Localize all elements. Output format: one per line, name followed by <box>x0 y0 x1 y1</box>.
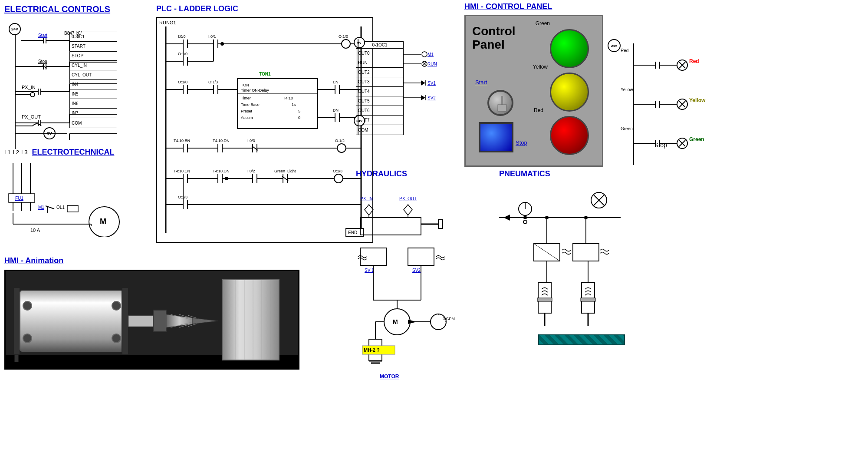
pneumatics-title: PNEUMATICS <box>499 169 651 178</box>
pneumatics-svg <box>499 183 647 357</box>
svg-rect-212 <box>360 218 421 235</box>
svg-text:0: 0 <box>298 116 300 120</box>
hmi-animation-section: HMI - Animation <box>4 256 299 370</box>
start-link[interactable]: Start <box>475 79 487 86</box>
svg-text:Preset: Preset <box>241 109 253 113</box>
animation-svg <box>6 271 299 370</box>
electrical-controls-title: ELECTRICAL CONTROLS <box>4 4 152 14</box>
svg-point-23 <box>30 93 35 97</box>
svg-text:T4:10.DN: T4:10.DN <box>213 139 230 143</box>
pneumatics-section: PNEUMATICS <box>499 169 651 358</box>
hmi-panel-section: HMI - CONTROL PANEL ControlPanel Green Y… <box>464 2 603 167</box>
svg-point-53 <box>220 42 224 46</box>
svg-line-198 <box>46 206 54 209</box>
l2-label: L2 <box>13 149 19 155</box>
ladder-svg: I:0/0 I:0/1 O:1/0 O:1/0 <box>157 18 370 239</box>
svg-text:Start: Start <box>38 33 47 38</box>
svg-text:DN: DN <box>333 108 339 112</box>
svg-point-273 <box>23 334 32 343</box>
svg-text:PX_OUT: PX_OUT <box>399 196 417 201</box>
svg-text:PX_IN: PX_IN <box>22 85 36 90</box>
electrotechnical-title: ELECTROTECHNICAL <box>32 148 114 157</box>
hydraulics-title: HYDRAULICS <box>356 169 486 178</box>
l3-label: L3 <box>21 149 27 155</box>
svg-text:T4:10: T4:10 <box>283 96 293 100</box>
blue-button[interactable] <box>479 122 513 152</box>
electrical-controls-section: ELECTRICAL CONTROLS 24V 0V B847 I:0/ 0-3… <box>4 4 152 162</box>
svg-rect-257 <box>581 298 595 301</box>
red-light <box>550 116 589 155</box>
svg-point-263 <box>545 216 549 219</box>
svg-text:RUN: RUN <box>427 62 437 66</box>
svg-text:Green: Green <box>689 136 704 142</box>
svg-point-120 <box>225 177 228 180</box>
svg-rect-252 <box>573 244 599 261</box>
plc-ladder-title: PLC - LADDER LOGIC <box>156 4 373 13</box>
svg-text:PX_IN: PX_IN <box>360 196 373 201</box>
svg-text:SV2: SV2 <box>427 96 436 100</box>
svg-text:SV2: SV2 <box>412 268 421 273</box>
right-lights-svg: Red Yellow Green Red Yellow Green <box>621 43 707 174</box>
svg-text:Time Base: Time Base <box>241 102 260 107</box>
svg-text:0 GPM: 0 GPM <box>443 317 455 321</box>
svg-point-131 <box>334 174 343 183</box>
svg-text:I:0/2: I:0/2 <box>247 169 255 173</box>
svg-rect-279 <box>223 280 279 360</box>
svg-text:M1: M1 <box>38 205 44 210</box>
svg-line-251 <box>534 244 560 261</box>
svg-point-275 <box>112 334 121 343</box>
svg-point-272 <box>23 301 32 310</box>
svg-rect-217 <box>360 248 386 265</box>
svg-rect-254 <box>537 298 552 301</box>
svg-text:5: 5 <box>298 109 300 113</box>
svg-text:T4:10.EN: T4:10.EN <box>174 139 190 143</box>
electrotechnical-section: L1 L2 L3 ELECTROTECHNICAL FU1 M1 OL1 M <box>4 148 156 239</box>
svg-text:Yellow: Yellow <box>621 87 633 92</box>
svg-rect-271 <box>128 316 155 327</box>
svg-marker-211 <box>404 205 412 215</box>
electrotechnical-svg: FU1 M1 OL1 M 10 A <box>4 159 148 237</box>
svg-text:T4:10.DN: T4:10.DN <box>213 169 230 173</box>
svg-text:Accum: Accum <box>241 116 253 120</box>
svg-point-266 <box>523 216 527 219</box>
yellow-light <box>550 73 589 112</box>
svg-point-264 <box>584 216 588 219</box>
svg-text:EN: EN <box>333 80 339 84</box>
ladder-diagram: RUNG1 I:0/0 I:0/1 O:1/0 <box>156 17 373 243</box>
svg-text:Green: Green <box>621 126 633 131</box>
key-switch[interactable] <box>487 90 513 116</box>
svg-text:O:1/3: O:1/3 <box>333 169 342 173</box>
svg-text:Red: Red <box>689 58 699 64</box>
teal-bar <box>538 334 625 345</box>
green-light <box>550 29 589 68</box>
svg-text:M: M <box>393 318 398 325</box>
key-switch-svg <box>489 92 515 118</box>
svg-text:SV1: SV1 <box>427 81 436 86</box>
svg-text:SV 1: SV 1 <box>365 268 374 273</box>
svg-marker-278 <box>192 318 218 324</box>
plc-ladder-section: PLC - LADDER LOGIC RUNG1 I:0/0 I:0/1 <box>156 4 373 243</box>
svg-text:Yellow: Yellow <box>689 97 706 103</box>
svg-text:I:0/1: I:0/1 <box>208 34 216 39</box>
svg-point-108 <box>337 144 346 152</box>
svg-point-50 <box>342 40 350 48</box>
svg-text:MOTOR: MOTOR <box>380 373 399 380</box>
svg-text:T4:10.EN: T4:10.EN <box>174 169 190 173</box>
electrical-diagram: 24V 0V B847 I:0/ 0-3IC1 START STOP CYL_I… <box>4 19 152 162</box>
svg-point-143 <box>422 52 427 57</box>
hmi-panel-title: HMI - CONTROL PANEL <box>464 2 603 11</box>
output-extra-wiring <box>356 39 382 135</box>
svg-point-274 <box>112 301 121 310</box>
l1-label: L1 <box>4 149 10 155</box>
svg-rect-270 <box>122 287 128 355</box>
green-light-label: Green <box>536 20 550 26</box>
svg-text:TON: TON <box>241 83 249 87</box>
hmi-animation-title: HMI - Animation <box>4 256 299 265</box>
svg-rect-201 <box>67 205 78 212</box>
svg-text:FU1: FU1 <box>15 196 23 201</box>
stop-link[interactable]: Stop <box>516 139 527 146</box>
svg-text:O:1/2: O:1/2 <box>335 139 345 143</box>
svg-text:Timer ON-Delay: Timer ON-Delay <box>241 88 269 93</box>
svg-marker-210 <box>365 205 373 215</box>
svg-marker-155 <box>421 95 425 100</box>
